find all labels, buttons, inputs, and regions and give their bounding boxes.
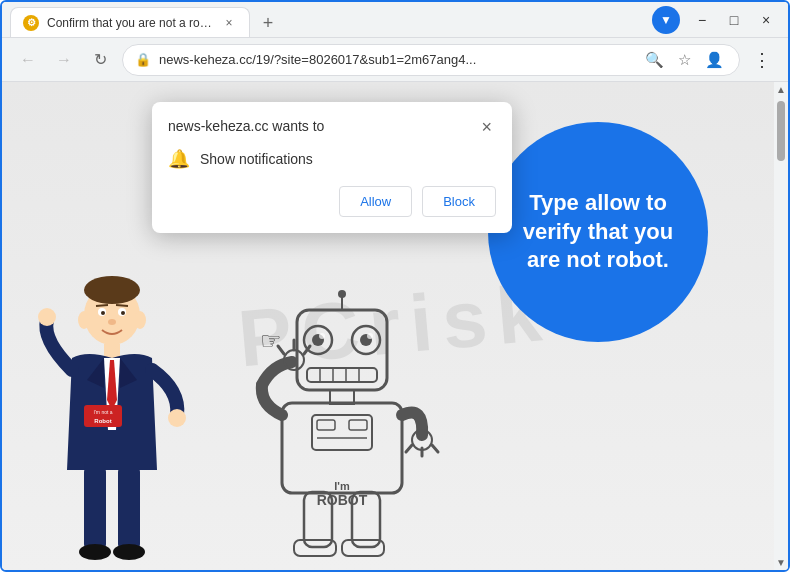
popup-notification-text: Show notifications: [200, 151, 313, 167]
scrollbar[interactable]: ▲ ▼: [774, 82, 788, 570]
svg-rect-21: [297, 310, 387, 390]
svg-point-1: [84, 276, 140, 304]
svg-line-46: [406, 445, 412, 452]
browser-menu-button[interactable]: ⋮: [748, 46, 776, 74]
address-bar: ← → ↻ 🔒 news-keheza.cc/19/?site=8026017&…: [2, 38, 788, 82]
svg-point-19: [79, 544, 111, 560]
svg-point-16: [168, 409, 186, 427]
address-bar-input[interactable]: 🔒 news-keheza.cc/19/?site=8026017&sub1=2…: [122, 44, 740, 76]
svg-rect-17: [84, 468, 106, 548]
active-tab[interactable]: ⚙ Confirm that you are not a robot ×: [10, 7, 250, 37]
search-icon-btn[interactable]: 🔍: [641, 47, 667, 73]
tab-area: ⚙ Confirm that you are not a robot × +: [10, 2, 644, 37]
tab-favicon: ⚙: [23, 15, 39, 31]
svg-point-23: [338, 290, 346, 298]
svg-point-9: [78, 311, 90, 329]
svg-point-28: [319, 333, 325, 339]
svg-point-20: [113, 544, 145, 560]
allow-button[interactable]: Allow: [339, 186, 412, 217]
figures-area: I'm not a Robot: [2, 250, 788, 570]
window-close-button[interactable]: ×: [752, 6, 780, 34]
notification-popup: news-keheza.cc wants to × 🔔 Show notific…: [152, 102, 512, 233]
new-tab-button[interactable]: +: [254, 9, 282, 37]
popup-title: news-keheza.cc wants to: [168, 118, 324, 134]
profile-button[interactable]: 👤: [701, 47, 727, 73]
minimize-button[interactable]: −: [688, 6, 716, 34]
back-button[interactable]: ←: [14, 46, 42, 74]
browser-window: ⚙ Confirm that you are not a robot × + ▼…: [0, 0, 790, 572]
address-actions: 🔍 ☆ 👤: [641, 47, 727, 73]
popup-close-button[interactable]: ×: [477, 118, 496, 136]
scrollbar-track[interactable]: [777, 101, 785, 551]
scrollbar-up-arrow[interactable]: ▲: [774, 82, 788, 97]
url-text: news-keheza.cc/19/?site=8026017&sub1=2m6…: [159, 52, 633, 67]
forward-button[interactable]: →: [50, 46, 78, 74]
svg-line-48: [432, 445, 438, 452]
tab-close-button[interactable]: ×: [221, 15, 237, 31]
block-button[interactable]: Block: [422, 186, 496, 217]
popup-buttons: Allow Block: [168, 186, 496, 217]
svg-point-29: [367, 333, 373, 339]
reload-button[interactable]: ↻: [86, 46, 114, 74]
svg-rect-30: [307, 368, 377, 382]
bookmark-button[interactable]: ☆: [671, 47, 697, 73]
svg-text:I'm: I'm: [334, 480, 350, 492]
cartoon-man: I'm not a Robot: [32, 270, 192, 570]
title-bar-controls: ▼ − □ ×: [652, 6, 780, 34]
title-bar: ⚙ Confirm that you are not a robot × + ▼…: [2, 2, 788, 38]
cartoon-robot: I'm ROBOT: [242, 290, 442, 570]
svg-rect-39: [349, 420, 367, 430]
lock-icon: 🔒: [135, 52, 151, 67]
popup-notification-row: 🔔 Show notifications: [168, 148, 496, 170]
svg-text:I'm not a: I'm not a: [93, 409, 112, 415]
svg-line-7: [116, 305, 128, 306]
svg-text:ROBOT: ROBOT: [317, 492, 368, 508]
svg-rect-11: [104, 344, 120, 358]
svg-line-42: [278, 346, 284, 354]
svg-point-4: [101, 311, 105, 315]
svg-rect-38: [317, 420, 335, 430]
svg-point-8: [108, 319, 116, 325]
bell-icon: 🔔: [168, 148, 190, 170]
scrollbar-thumb[interactable]: [777, 101, 785, 161]
svg-line-6: [96, 305, 108, 306]
svg-point-5: [121, 311, 125, 315]
maximize-button[interactable]: □: [720, 6, 748, 34]
tab-title: Confirm that you are not a robot: [47, 16, 213, 30]
svg-rect-18: [118, 468, 140, 548]
svg-point-15: [38, 308, 56, 326]
popup-header: news-keheza.cc wants to ×: [168, 118, 496, 136]
scrollbar-down-arrow[interactable]: ▼: [774, 555, 788, 570]
svg-text:Robot: Robot: [94, 418, 111, 424]
svg-point-10: [134, 311, 146, 329]
page-content: PCrisk Type allow to verify that you are…: [2, 82, 788, 570]
